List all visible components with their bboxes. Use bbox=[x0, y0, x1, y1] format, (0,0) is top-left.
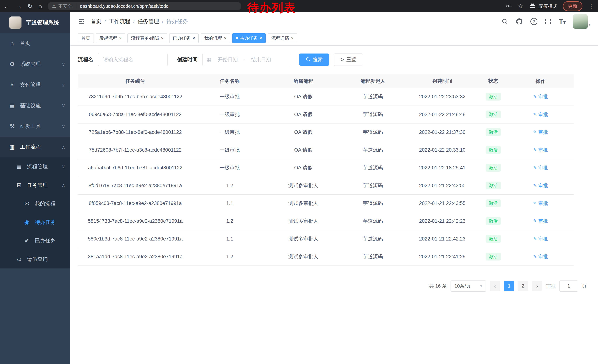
search-button[interactable]: 搜索 bbox=[299, 54, 329, 66]
sidebar-item-home[interactable]: ⌂ 首页 bbox=[0, 33, 70, 54]
forward-icon[interactable]: → bbox=[16, 3, 22, 9]
table-row: 725a1eb6-7b88-11ec-8ef0-acde48001122 一级审… bbox=[78, 123, 573, 141]
tab-done-tasks[interactable]: 已办任务 × bbox=[169, 33, 199, 43]
browser-menu-icon[interactable]: ⋮ bbox=[588, 3, 594, 9]
app-title: 芋道管理系统 bbox=[26, 19, 59, 26]
status-badge: 激活 bbox=[486, 111, 501, 118]
tab-start-process[interactable]: 发起流程 × bbox=[96, 33, 125, 43]
cell-task-id: 58154733-7ac8-11ec-a9e2-a2380e71991a bbox=[78, 212, 193, 230]
status-badge: 激活 bbox=[486, 253, 501, 260]
approve-link[interactable]: ✎审批 bbox=[533, 182, 548, 189]
search-icon[interactable] bbox=[501, 18, 508, 25]
approve-link[interactable]: ✎审批 bbox=[533, 165, 548, 171]
approve-link[interactable]: ✎审批 bbox=[533, 218, 548, 224]
address-bar[interactable]: ⚠ 不安全 dashboard.yudao.iocoder.cn/bpm/tas… bbox=[48, 2, 241, 10]
github-icon[interactable] bbox=[515, 18, 523, 25]
omnibox-divider bbox=[76, 4, 76, 8]
approve-link[interactable]: ✎审批 bbox=[533, 129, 548, 136]
close-icon[interactable]: × bbox=[291, 36, 294, 40]
prev-page-button[interactable]: ‹ bbox=[490, 281, 500, 291]
back-icon[interactable]: ← bbox=[4, 3, 10, 9]
table-row: 75d72608-7b7f-11ec-a3c8-acde48001122 一级审… bbox=[78, 141, 573, 159]
tab-process-detail[interactable]: 流程详情 × bbox=[268, 33, 297, 43]
breadcrumb-separator: / bbox=[105, 19, 106, 24]
cell-process: OA 请假 bbox=[267, 141, 340, 159]
avatar[interactable] bbox=[573, 14, 588, 29]
browser-right-controls: ☆ 无痕模式 更新 ⋮ bbox=[505, 1, 594, 11]
hamburger-icon[interactable] bbox=[78, 18, 85, 25]
update-button[interactable]: 更新 bbox=[563, 1, 582, 11]
approve-label: 审批 bbox=[538, 253, 548, 260]
yen-icon: ¥ bbox=[8, 81, 16, 88]
start-date-input[interactable] bbox=[213, 57, 242, 63]
cell-status: 激活 bbox=[479, 159, 507, 177]
col-task-id: 任务编号 bbox=[78, 74, 193, 88]
breadcrumb-workflow[interactable]: 工作流程 bbox=[109, 18, 130, 25]
browser-home-icon[interactable]: ⌂ bbox=[38, 3, 42, 9]
reset-button-label: 重置 bbox=[346, 56, 357, 63]
cell-initiator: 芋道源码 bbox=[340, 248, 406, 266]
cell-create-time: 2022-01-21 22:42:23 bbox=[406, 230, 479, 248]
help-icon[interactable]: ? bbox=[530, 18, 537, 25]
cell-actions: ✎审批 bbox=[507, 141, 573, 159]
sidebar-item-infrastructure[interactable]: ▤ 基础设施 ∨ bbox=[0, 95, 70, 116]
logo-row[interactable]: 芋道管理系统 bbox=[0, 12, 70, 33]
sidebar-item-dev-tools[interactable]: ⚒ 研发工具 ∨ bbox=[0, 116, 70, 137]
password-key-icon[interactable] bbox=[505, 3, 512, 9]
bookmark-star-icon[interactable]: ☆ bbox=[518, 3, 523, 9]
approve-link[interactable]: ✎审批 bbox=[533, 200, 548, 207]
cell-task-id: 725a1eb6-7b88-11ec-8ef0-acde48001122 bbox=[78, 123, 193, 141]
sidebar-item-workflow[interactable]: ▥ 工作流程 ∧ bbox=[0, 137, 70, 157]
breadcrumb: 首页 / 工作流程 / 任务管理 / 待办任务 bbox=[91, 18, 188, 25]
user-avatar-wrap[interactable]: ▾ bbox=[573, 14, 590, 29]
approve-link[interactable]: ✎审批 bbox=[533, 236, 548, 242]
date-range-picker[interactable]: ▦ - bbox=[202, 53, 291, 66]
sidebar-item-payment-mgmt[interactable]: ¥ 支付管理 ∨ bbox=[0, 74, 70, 95]
cell-create-time: 2022-01-21 22:42:23 bbox=[406, 212, 479, 230]
table-row: 58154733-7ac8-11ec-a9e2-a2380e71991a 1.2… bbox=[78, 212, 573, 230]
close-icon[interactable]: × bbox=[259, 36, 262, 40]
sidebar-item-system-mgmt[interactable]: ⚙ 系统管理 ∨ bbox=[0, 54, 70, 74]
cell-task-name: 一级审批 bbox=[193, 159, 267, 177]
sidebar-item-label: 已办任务 bbox=[35, 237, 56, 244]
tab-home[interactable]: 首页 bbox=[78, 33, 94, 43]
close-icon[interactable]: × bbox=[161, 36, 164, 40]
close-icon[interactable]: × bbox=[119, 36, 122, 40]
table-row: 73211d9d-7b9b-11ec-b5b7-acde48001122 一级审… bbox=[78, 88, 573, 105]
tab-form-edit[interactable]: 流程表单-编辑 × bbox=[127, 33, 167, 43]
sidebar-item-todo-tasks[interactable]: ◉ 待办任务 bbox=[0, 213, 70, 231]
page-button-1[interactable]: 1 bbox=[504, 281, 514, 291]
breadcrumb-task-mgmt[interactable]: 任务管理 bbox=[137, 18, 159, 25]
breadcrumb-home[interactable]: 首页 bbox=[91, 18, 101, 25]
approve-link[interactable]: ✎审批 bbox=[533, 253, 548, 260]
top-navbar: 首页 / 工作流程 / 任务管理 / 待办任务 bbox=[70, 12, 598, 31]
reload-icon[interactable]: ↻ bbox=[27, 3, 33, 9]
sidebar: 芋道管理系统 ⌂ 首页 ⚙ 系统管理 ∨ ¥ 支付管理 ∨ ▤ 基础设施 ∨ bbox=[0, 12, 70, 364]
table-row: 580e1b3d-7ac8-11ec-a9e2-a2380e71991a 1.1… bbox=[78, 230, 573, 248]
approve-link[interactable]: ✎审批 bbox=[533, 94, 548, 100]
end-date-input[interactable] bbox=[246, 57, 275, 63]
edit-icon: ✎ bbox=[533, 112, 537, 117]
next-page-button[interactable]: › bbox=[532, 281, 542, 291]
create-time-label: 创建时间 bbox=[177, 56, 198, 63]
page-size-select[interactable]: 10条/页 ▾ bbox=[450, 281, 486, 291]
tab-todo-tasks[interactable]: 待办任务 × bbox=[232, 33, 266, 43]
cell-process: OA 请假 bbox=[267, 159, 340, 177]
reset-button[interactable]: ↻ 重置 bbox=[334, 54, 363, 66]
sidebar-item-done-tasks[interactable]: ✔ 已办任务 bbox=[0, 231, 70, 250]
close-icon[interactable]: × bbox=[192, 36, 195, 40]
approve-link[interactable]: ✎审批 bbox=[533, 147, 548, 153]
fullscreen-icon[interactable] bbox=[545, 18, 551, 25]
close-icon[interactable]: × bbox=[224, 36, 227, 40]
sidebar-item-leave-query[interactable]: ☺ 请假查询 bbox=[0, 250, 70, 268]
approve-link[interactable]: ✎审批 bbox=[533, 111, 548, 118]
search-button-label: 搜索 bbox=[313, 56, 323, 63]
sidebar-item-my-process[interactable]: ✉ 我的流程 bbox=[0, 194, 70, 213]
font-size-icon[interactable]: TT bbox=[559, 18, 566, 25]
tab-my-process[interactable]: 我的流程 × bbox=[201, 33, 230, 43]
page-button-2[interactable]: 2 bbox=[518, 281, 528, 291]
sidebar-item-task-mgmt[interactable]: ⊞ 任务管理 ∧ bbox=[0, 176, 70, 194]
sidebar-item-process-mgmt[interactable]: ≣ 流程管理 ∨ bbox=[0, 157, 70, 176]
process-name-input[interactable] bbox=[98, 53, 168, 66]
goto-page-input[interactable] bbox=[559, 281, 578, 291]
